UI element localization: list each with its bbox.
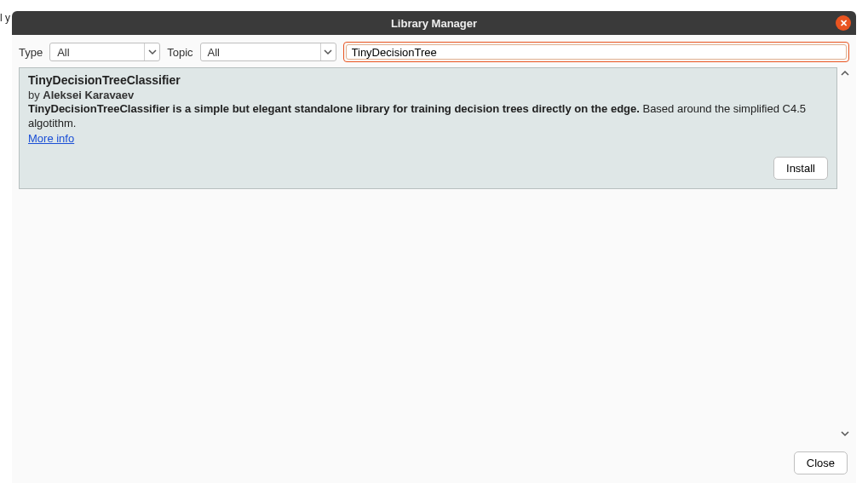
window-close-button[interactable]: ✕: [836, 15, 851, 31]
results-list: TinyDecisionTreeClassifier by Aleksei Ka…: [19, 67, 837, 440]
library-card: TinyDecisionTreeClassifier by Aleksei Ka…: [19, 67, 837, 189]
filter-bar: Type All Topic All: [12, 35, 856, 67]
by-prefix: by: [28, 89, 43, 101]
window-title: Library Manager: [391, 17, 477, 30]
chevron-down-icon: [144, 43, 159, 60]
scroll-up-icon[interactable]: [839, 67, 851, 79]
content-area: TinyDecisionTreeClassifier by Aleksei Ka…: [12, 67, 856, 445]
library-description-bold: TinyDecisionTreeClassifier is a simple b…: [28, 102, 640, 115]
results-scrollbar[interactable]: [839, 67, 851, 440]
type-label: Type: [19, 46, 43, 59]
titlebar: Library Manager ✕: [12, 11, 856, 35]
topic-select[interactable]: All: [200, 43, 336, 61]
type-select-value: All: [50, 46, 144, 59]
library-author: Aleksei Karavaev: [43, 89, 134, 101]
more-info-link[interactable]: More info: [28, 132, 74, 145]
library-title: TinyDecisionTreeClassifier: [28, 73, 828, 87]
search-input[interactable]: [346, 44, 847, 60]
library-byline: by Aleksei Karavaev: [28, 89, 828, 101]
type-select[interactable]: All: [49, 43, 160, 61]
install-button[interactable]: Install: [773, 157, 828, 180]
chevron-down-icon: [320, 43, 336, 60]
close-icon: ✕: [840, 19, 848, 28]
topic-label: Topic: [167, 46, 193, 59]
search-field-wrap: [343, 42, 849, 62]
library-description: TinyDecisionTreeClassifier is a simple b…: [28, 102, 828, 131]
dialog-footer: Close: [12, 445, 856, 483]
library-manager-window: Library Manager ✕ Type All Topic All Tin…: [12, 11, 856, 483]
install-row: Install: [28, 157, 828, 180]
topic-select-value: All: [201, 46, 320, 59]
scroll-down-icon[interactable]: [839, 428, 851, 440]
close-button[interactable]: Close: [794, 451, 848, 474]
background-fragment-text: l y: [0, 12, 10, 24]
